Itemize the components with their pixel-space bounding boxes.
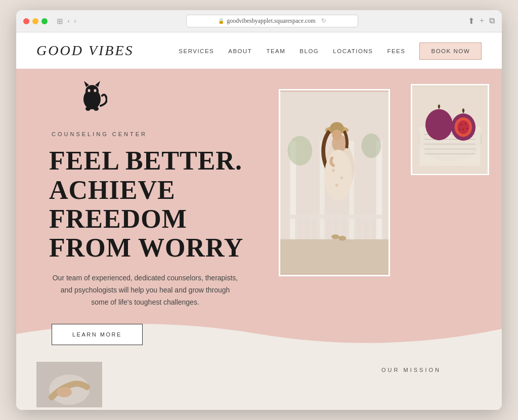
svg-point-39 <box>362 134 381 158</box>
svg-point-1 <box>85 85 99 97</box>
svg-rect-18 <box>317 219 319 239</box>
traffic-lights <box>23 18 48 24</box>
logo-text: GOOD VIBES <box>36 43 134 58</box>
svg-point-32 <box>325 150 352 201</box>
minimize-button[interactable] <box>32 18 38 24</box>
share-icon[interactable]: ⬆ <box>468 16 474 26</box>
nav-locations[interactable]: LOCATIONS <box>333 48 373 54</box>
svg-point-56 <box>466 128 468 130</box>
svg-point-35 <box>335 184 338 187</box>
forward-icon[interactable]: › <box>74 17 76 25</box>
svg-point-6 <box>85 107 91 111</box>
nav-links: SERVICES ABOUT TEAM BLOG LOCATIONS FEES … <box>179 46 482 55</box>
svg-rect-25 <box>369 219 371 239</box>
svg-rect-14 <box>290 215 382 219</box>
svg-point-5 <box>94 89 97 92</box>
svg-point-48 <box>425 109 453 141</box>
nav-fees[interactable]: FEES <box>387 48 405 54</box>
svg-rect-19 <box>325 219 327 239</box>
svg-rect-23 <box>354 219 356 239</box>
browser-window: ⊞ ‹ › 🔒 goodvibesbyapplet.squarespace.co… <box>16 10 502 410</box>
svg-rect-9 <box>280 239 388 274</box>
svg-rect-24 <box>362 219 364 239</box>
new-tab-icon[interactable]: + <box>480 16 484 26</box>
svg-point-30 <box>332 130 341 140</box>
svg-point-53 <box>465 123 466 124</box>
hero-content: COUNSELING CENTER FEEL BETTER. ACHIEVE F… <box>16 69 502 354</box>
hero-left: COUNSELING CENTER FEEL BETTER. ACHIEVE F… <box>16 69 269 354</box>
reload-icon[interactable]: ↻ <box>321 17 326 25</box>
hero-main-image <box>279 89 390 276</box>
tabs-icon[interactable]: ⧉ <box>489 16 495 26</box>
svg-point-33 <box>332 169 335 172</box>
nav-about[interactable]: ABOUT <box>228 48 252 54</box>
nav-services[interactable]: SERVICES <box>179 48 214 54</box>
counseling-label: COUNSELING CENTER <box>52 131 248 137</box>
hero-headline: FEEL BETTER. ACHIEVE FREEDOM FROM WORRY <box>49 146 248 262</box>
maximize-button[interactable] <box>41 18 48 24</box>
svg-point-38 <box>288 136 313 165</box>
svg-point-36 <box>331 234 339 239</box>
svg-rect-16 <box>303 219 305 239</box>
svg-rect-15 <box>295 219 297 239</box>
hero-section: COUNSELING CENTER FEEL BETTER. ACHIEVE F… <box>16 69 502 354</box>
bottom-section: OUR MISSION <box>16 354 502 410</box>
svg-point-7 <box>94 107 99 111</box>
hero-right <box>269 69 502 354</box>
navigation: GOOD VIBES SERVICES ABOUT TEAM BLOG LOCA… <box>16 32 502 69</box>
url-bar[interactable]: 🔒 goodvibesbyapplet.squarespace.com ↻ <box>186 15 358 27</box>
svg-point-55 <box>459 129 460 131</box>
address-bar: 🔒 goodvibesbyapplet.squarespace.com ↻ <box>81 15 463 27</box>
svg-point-37 <box>338 236 347 241</box>
learn-more-button[interactable]: LEARN MORE <box>52 324 143 345</box>
nav-team[interactable]: TEAM <box>266 48 285 54</box>
svg-rect-17 <box>310 219 312 239</box>
hero-secondary-image <box>411 84 489 175</box>
site-logo[interactable]: GOOD VIBES <box>36 43 134 59</box>
svg-point-4 <box>88 89 91 92</box>
svg-point-54 <box>462 129 464 131</box>
back-icon[interactable]: ‹ <box>67 17 70 25</box>
svg-point-51 <box>457 120 469 134</box>
svg-point-59 <box>57 387 72 397</box>
website: GOOD VIBES SERVICES ABOUT TEAM BLOG LOCA… <box>16 32 502 410</box>
browser-actions: ⬆ + ⧉ <box>468 16 495 26</box>
book-now-button[interactable]: BOOK NOW <box>419 43 482 60</box>
svg-rect-22 <box>347 219 349 239</box>
lock-icon: 🔒 <box>218 18 224 24</box>
close-button[interactable] <box>23 18 29 24</box>
bottom-preview-image <box>36 362 102 407</box>
svg-point-34 <box>340 177 343 179</box>
cat-icon <box>77 78 248 121</box>
hero-subtext: Our team of experienced, dedicated couns… <box>52 272 239 308</box>
browser-controls: ⊞ ‹ › <box>57 17 76 26</box>
our-mission-label: OUR MISSION <box>381 367 482 373</box>
browser-chrome: ⊞ ‹ › 🔒 goodvibesbyapplet.squarespace.co… <box>16 10 502 32</box>
url-text: goodvibesbyapplet.squarespace.com <box>227 17 315 25</box>
nav-blog[interactable]: BLOG <box>299 48 319 54</box>
svg-point-52 <box>460 124 462 125</box>
sidebar-icon[interactable]: ⊞ <box>57 17 63 26</box>
